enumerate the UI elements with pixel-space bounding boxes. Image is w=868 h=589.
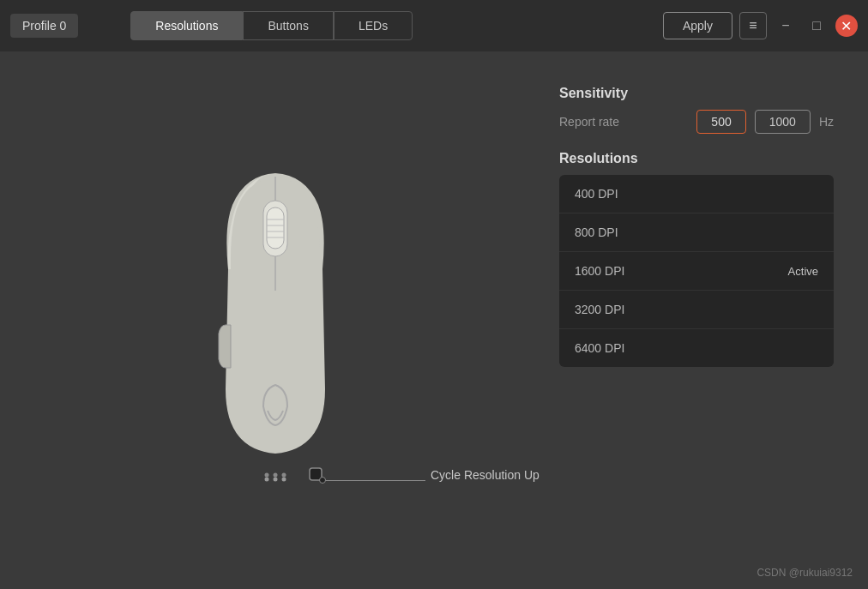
rate-1000-button[interactable]: 1000 bbox=[755, 110, 811, 134]
main-content: Cycle Resolution Up Sensitivity Report r… bbox=[0, 51, 868, 589]
watermark: CSDN @rukuiai9312 bbox=[756, 567, 853, 579]
hz-label: Hz bbox=[819, 115, 834, 129]
resolutions-list: 400 DPI 800 DPI 1600 DPI Active 3200 DPI… bbox=[559, 175, 834, 367]
callout: Cycle Resolution Up bbox=[316, 468, 539, 482]
sensitivity-title: Sensitivity bbox=[559, 86, 834, 101]
resolution-item-800[interactable]: 800 DPI bbox=[559, 213, 834, 252]
minimize-icon: − bbox=[781, 18, 789, 33]
close-button[interactable]: ✕ bbox=[835, 15, 858, 37]
tab-leds[interactable]: LEDs bbox=[334, 11, 413, 40]
profile-badge: Profile 0 bbox=[10, 14, 78, 38]
svg-point-13 bbox=[274, 472, 278, 477]
resolution-dpi-800: 800 DPI bbox=[575, 225, 618, 239]
tab-resolutions[interactable]: Resolutions bbox=[130, 11, 243, 40]
resolution-dpi-6400: 6400 DPI bbox=[575, 341, 624, 355]
resolution-dpi-400: 400 DPI bbox=[575, 187, 618, 201]
maximize-icon: □ bbox=[812, 18, 821, 33]
svg-point-12 bbox=[265, 472, 269, 477]
svg-point-8 bbox=[265, 477, 269, 481]
resolution-item-6400[interactable]: 6400 DPI bbox=[559, 329, 834, 367]
resolution-dpi-1600: 1600 DPI bbox=[575, 264, 624, 278]
menu-button[interactable]: ≡ bbox=[739, 12, 767, 39]
menu-icon: ≡ bbox=[749, 18, 756, 33]
mouse-area: Cycle Resolution Up bbox=[26, 77, 525, 563]
resolution-item-3200[interactable]: 3200 DPI bbox=[559, 291, 834, 329]
tab-buttons[interactable]: Buttons bbox=[243, 11, 333, 40]
minimize-button[interactable]: − bbox=[774, 14, 798, 38]
svg-point-11 bbox=[274, 478, 276, 480]
maximize-button[interactable]: □ bbox=[805, 14, 829, 38]
svg-point-14 bbox=[282, 472, 286, 477]
tabs-group: Resolutions Buttons LEDs bbox=[130, 11, 413, 40]
close-icon: ✕ bbox=[841, 18, 852, 34]
titlebar-actions: Apply ≡ − □ ✕ bbox=[663, 12, 858, 39]
mouse-illustration: Cycle Resolution Up bbox=[181, 158, 370, 484]
titlebar: Profile 0 Resolutions Buttons LEDs Apply… bbox=[0, 0, 868, 51]
svg-rect-2 bbox=[267, 207, 284, 249]
active-badge: Active bbox=[788, 265, 818, 278]
callout-label: Cycle Resolution Up bbox=[431, 468, 539, 482]
sensitivity-section: Sensitivity Report rate 500 1000 Hz bbox=[559, 86, 834, 134]
apply-button[interactable]: Apply bbox=[663, 12, 732, 39]
resolution-item-1600[interactable]: 1600 DPI Active bbox=[559, 252, 834, 291]
report-rate-row: Report rate 500 1000 Hz bbox=[559, 110, 834, 134]
resolutions-title: Resolutions bbox=[559, 151, 834, 166]
rate-500-button[interactable]: 500 bbox=[696, 110, 745, 134]
resolutions-section: Resolutions 400 DPI 800 DPI 1600 DPI Act… bbox=[559, 151, 834, 367]
right-panel: Sensitivity Report rate 500 1000 Hz Reso… bbox=[559, 77, 834, 563]
svg-point-10 bbox=[282, 477, 286, 481]
resolution-item-400[interactable]: 400 DPI bbox=[559, 175, 834, 213]
report-rate-label: Report rate bbox=[559, 115, 688, 129]
resolution-dpi-3200: 3200 DPI bbox=[575, 303, 624, 316]
